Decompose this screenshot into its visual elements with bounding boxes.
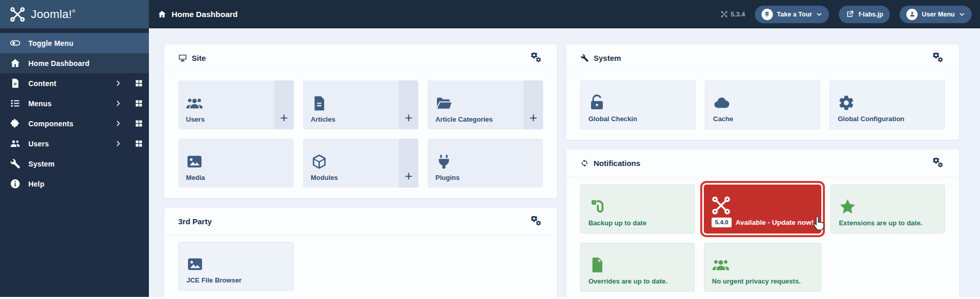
panel-options-gears-icon[interactable]	[531, 216, 543, 227]
joomla-logo-icon	[10, 7, 25, 22]
dashboard-grid-icon[interactable]	[134, 119, 143, 128]
panel-system-header: System	[566, 44, 959, 72]
page-title: Home Dashboard	[158, 10, 238, 19]
joomla-brand[interactable]: Joomla!®	[0, 0, 149, 28]
panel-options-gears-icon[interactable]	[933, 158, 945, 169]
panel-site-title: Site	[178, 54, 206, 62]
file-icon	[588, 256, 606, 274]
gear-icon	[838, 94, 855, 111]
notification-tiles: Backup up to date5.4.0Available - Update…	[566, 177, 959, 297]
cube-icon	[311, 153, 328, 170]
sidebar-item-components[interactable]: Components	[0, 113, 149, 134]
panel-options-gears-icon[interactable]	[933, 53, 945, 63]
chevron-down-icon	[959, 11, 965, 18]
group-icon	[712, 256, 730, 274]
unlock-icon	[588, 94, 605, 111]
top-bar-actions: 5.3.4 Take a Tourf-labs.jpUser Menu	[721, 6, 972, 23]
dashboard-grid-icon[interactable]	[134, 79, 143, 88]
file-text-icon	[311, 95, 328, 112]
tile-plugins[interactable]: Plugins	[428, 139, 543, 188]
chevron-right-icon	[115, 140, 122, 147]
f-labs-jp-button[interactable]: f-labs.jp	[839, 6, 890, 23]
list-icon	[10, 98, 21, 109]
update-message: 5.4.0Available - Update now!	[712, 218, 814, 227]
sync-icon	[580, 159, 589, 168]
panel-system-title: System	[580, 54, 621, 62]
signpost-icon	[762, 9, 773, 20]
joomla-version: 5.3.4	[721, 11, 745, 18]
user-menu-button[interactable]: User Menu	[900, 6, 972, 23]
external-link-icon	[846, 10, 854, 19]
panel-3rd-party-header: 3rd Party	[164, 208, 557, 236]
home-icon	[158, 10, 166, 19]
folder-open-icon	[435, 95, 452, 112]
joomla-mini-icon	[721, 11, 728, 18]
tile-overrides-are-up-to-date[interactable]: Overrides are up to date.	[580, 243, 695, 292]
take-a-tour-button[interactable]: Take a Tour	[755, 6, 829, 23]
tile-backup-up-to-date[interactable]: Backup up to date	[580, 185, 695, 234]
panel-3rd-party: 3rd Party JCE File Browser	[164, 207, 557, 297]
joomla-icon	[712, 196, 731, 215]
chevron-right-icon	[115, 100, 122, 107]
system-tiles: Global CheckinCacheGlobal Configuration	[566, 72, 959, 140]
main-content: Site Users+Articles+Article Categories+M…	[149, 28, 980, 297]
tile-5-4-0-available-update-now[interactable]: 5.4.0Available - Update now!	[704, 185, 821, 234]
tile-modules[interactable]: Modules+	[303, 139, 418, 188]
sidebar-item-system[interactable]: System	[0, 154, 149, 174]
third-party-tiles: JCE File Browser	[164, 236, 557, 297]
cloud-icon	[713, 94, 730, 111]
sidebar-item-menus[interactable]: Menus	[0, 93, 149, 113]
panel-options-gears-icon[interactable]	[531, 53, 543, 63]
backup-icon	[588, 198, 606, 215]
panel-3rd-party-title: 3rd Party	[178, 217, 212, 226]
add-button[interactable]: +	[399, 80, 418, 129]
panel-site: Site Users+Articles+Article Categories+M…	[164, 44, 557, 198]
panel-notifications-header: Notifications	[566, 150, 959, 177]
right-column: System Global CheckinCacheGlobal Configu…	[566, 44, 959, 297]
add-button[interactable]: +	[523, 80, 543, 129]
site-tiles: Users+Articles+Article Categories+MediaM…	[164, 72, 557, 198]
person-icon	[906, 9, 918, 20]
info-icon	[10, 178, 21, 189]
tile-articles[interactable]: Articles+	[303, 80, 418, 129]
sidebar-item-users[interactable]: Users	[0, 134, 149, 154]
sidebar-item-home-dashboard[interactable]: Home Dashboard	[0, 53, 149, 73]
version-badge: 5.4.0	[712, 218, 732, 227]
left-column: Site Users+Articles+Article Categories+M…	[164, 44, 557, 297]
sidebar-item-toggle-menu[interactable]: Toggle Menu	[0, 33, 149, 53]
panel-site-header: Site	[164, 44, 557, 72]
tile-jce-file-browser[interactable]: JCE File Browser	[178, 242, 294, 291]
sidebar: Toggle MenuHome DashboardContentMenusCom…	[0, 28, 149, 297]
dashboard-grid-icon[interactable]	[134, 139, 143, 148]
wrench-icon	[10, 158, 21, 169]
tile-global-configuration[interactable]: Global Configuration	[830, 80, 945, 129]
panel-notifications-title: Notifications	[580, 159, 640, 168]
add-button[interactable]: +	[399, 139, 418, 188]
users-icon	[10, 138, 21, 149]
image-icon	[187, 256, 204, 273]
tile-users[interactable]: Users+	[178, 80, 294, 129]
image-icon	[186, 153, 203, 170]
puzzle-icon	[10, 118, 21, 129]
top-bar-main: Home Dashboard 5.3.4 Take a Tourf-labs.j…	[149, 0, 980, 28]
group-icon	[186, 95, 203, 112]
tile-no-urgent-privacy-requests[interactable]: No urgent privacy requests.	[704, 243, 821, 292]
tile-global-checkin[interactable]: Global Checkin	[580, 80, 696, 129]
wrench-icon	[580, 54, 589, 62]
tile-extensions-are-up-to-date[interactable]: Extensions are up to date.	[831, 185, 945, 234]
plug-icon	[435, 153, 452, 170]
dashboard-grid-icon[interactable]	[134, 99, 143, 108]
tile-cache[interactable]: Cache	[705, 80, 820, 129]
sidebar-item-help[interactable]: Help	[0, 174, 149, 194]
tile-article-categories[interactable]: Article Categories+	[428, 80, 543, 129]
app-shell: Toggle MenuHome DashboardContentMenusCom…	[0, 28, 980, 297]
panel-system: System Global CheckinCacheGlobal Configu…	[566, 44, 959, 140]
toggle-icon	[10, 38, 21, 48]
add-button[interactable]: +	[274, 80, 294, 129]
chevron-right-icon	[115, 120, 122, 127]
top-bar: Joomla!® Home Dashboard 5.3.4 Take a Tou…	[0, 0, 980, 28]
file-text-icon	[10, 78, 21, 89]
tile-media[interactable]: Media	[178, 139, 294, 188]
sidebar-item-content[interactable]: Content	[0, 73, 149, 93]
star-icon	[839, 198, 856, 215]
